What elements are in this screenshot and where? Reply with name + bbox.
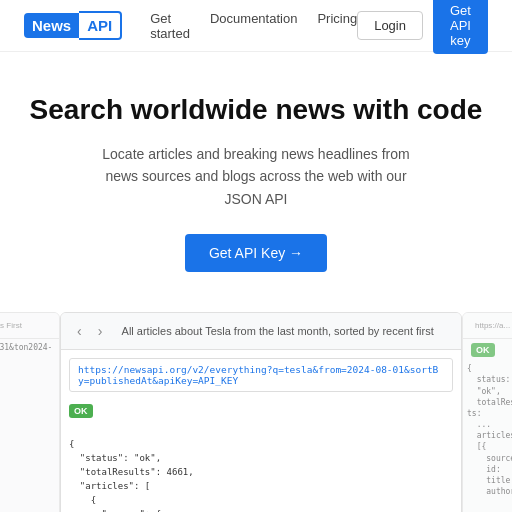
- nav-get-started[interactable]: Get started: [150, 11, 190, 41]
- navbar: News API Get started Documentation Prici…: [0, 0, 512, 52]
- logo-api: API: [79, 11, 122, 40]
- panel-ghost-left: ers First 08-31&ton2024-: [0, 312, 60, 512]
- panel-main: ‹ › All articles about Tesla from the la…: [60, 312, 462, 512]
- login-button[interactable]: Login: [357, 11, 423, 40]
- ghost-right-ok: OK: [471, 343, 495, 357]
- ghost-right-url: https://a...: [475, 321, 510, 330]
- panel-nav-arrows: ‹ ›: [73, 321, 106, 341]
- nav-links: Get started Documentation Pricing: [150, 11, 357, 41]
- panel-header: ‹ › All articles about Tesla from the la…: [61, 313, 461, 350]
- code-block: { "status": "ok", "totalResults": 4661, …: [61, 420, 461, 512]
- hero-subtitle: Locate articles and breaking news headli…: [86, 143, 426, 210]
- panel-ghost-right: https://a... OK { status: "ok", totalRes…: [462, 312, 512, 512]
- navbar-left: News API Get started Documentation Prici…: [24, 11, 357, 41]
- ghost-right-content: { status: "ok", totalResults: ... articl…: [463, 359, 512, 501]
- navbar-right: Login Get API key: [357, 0, 488, 54]
- hero-section: Search worldwide news with code Locate a…: [0, 52, 512, 292]
- ghost-left-text: ers First: [0, 321, 22, 330]
- ghost-left-header: ers First: [0, 313, 59, 339]
- logo[interactable]: News API: [24, 11, 122, 40]
- panel-title: All articles about Tesla from the last m…: [106, 325, 449, 337]
- ok-badge: OK: [69, 404, 93, 418]
- hero-cta-button[interactable]: Get API Key →: [185, 234, 327, 272]
- panel-back-button[interactable]: ‹: [73, 321, 86, 341]
- get-api-key-button[interactable]: Get API key: [433, 0, 488, 54]
- ghost-left-content: 08-31&ton2024-: [0, 339, 59, 356]
- nav-documentation[interactable]: Documentation: [210, 11, 297, 41]
- panels-section: ers First 08-31&ton2024- ‹ › All article…: [0, 312, 512, 512]
- logo-news: News: [24, 13, 79, 38]
- nav-pricing[interactable]: Pricing: [317, 11, 357, 41]
- panel-forward-button[interactable]: ›: [94, 321, 107, 341]
- ghost-right-header: https://a...: [463, 313, 512, 339]
- hero-title: Search worldwide news with code: [24, 92, 488, 127]
- panel-url-bar[interactable]: https://newsapi.org/v2/everything?q=tesl…: [69, 358, 453, 392]
- code-text: { "status": "ok", "totalResults": 4661, …: [69, 439, 454, 512]
